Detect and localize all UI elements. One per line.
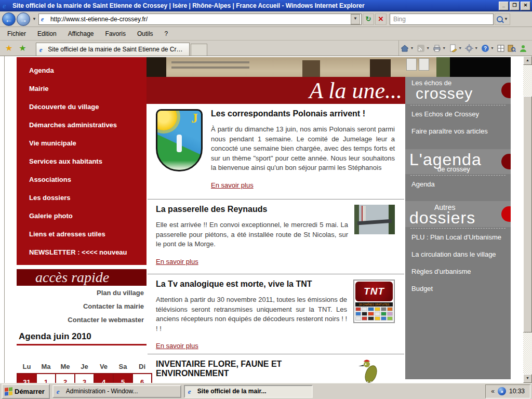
favorites-icon[interactable]: ★ [5, 43, 12, 53]
sidebar-item[interactable]: Galerie photo [17, 207, 147, 225]
tnt-logo-image: TNT18 chaînes gratuites [353, 280, 395, 323]
menu-item-outils[interactable]: Outils [137, 30, 153, 37]
back-button[interactable]: ← [2, 12, 16, 26]
quick-links: Plan du villageContacter la mairieContac… [17, 289, 144, 329]
sidebar-link[interactable]: Les Echos de Crossey [405, 105, 511, 123]
sidebar-link[interactable]: PLU : Plan Local d'Urbanisme [405, 229, 511, 246]
article: JLes correspondants Polonais arrivent !À… [147, 104, 405, 199]
forward-button[interactable]: → [17, 12, 30, 26]
tray-icon[interactable]: a [498, 387, 506, 395]
ie-logo-icon: e [3, 2, 10, 10]
article-more-link[interactable]: En savoir plus [211, 181, 254, 189]
calendar-day-cell[interactable]: 4 [94, 374, 113, 383]
calendar-day-cell[interactable]: 3 [75, 374, 94, 383]
scroll-down-icon[interactable]: ▼ [523, 374, 532, 383]
home-icon[interactable]: ▼ [401, 44, 414, 52]
menu-item-edition[interactable]: Edition [37, 30, 57, 37]
sidebar-item[interactable]: Démarches administratives [17, 116, 147, 134]
sidebar-section-header: Autresdossiers [405, 201, 511, 227]
command-bar: ▼ ▼ ▼ ▼ ▼ ?▼ [398, 41, 532, 56]
calendar-day-cell[interactable]: 31 [17, 374, 36, 383]
sidebar-item[interactable]: Liens et adresses utiles [17, 225, 147, 243]
taskbar: Démarrer eAdministration - Window...eSit… [0, 383, 532, 399]
stop-button[interactable]: ✕ [375, 14, 387, 25]
sidebar-item[interactable]: Agenda [17, 61, 147, 79]
sidebar-item[interactable]: Associations [17, 170, 147, 189]
sidebar-item[interactable]: Découverte du village [17, 98, 147, 116]
page-icon[interactable]: ▼ [449, 44, 462, 52]
tray-chevron[interactable]: « [491, 388, 495, 395]
scrollbar-thumb[interactable] [523, 96, 532, 332]
taskbar-ie-icon: e [57, 388, 63, 395]
article: TNT18 chaînes gratuitesLa Tv analogique … [147, 274, 405, 354]
svg-text:?: ? [484, 46, 487, 51]
menu-bar: FichierEditionAffichageFavorisOutils? [0, 27, 532, 41]
tools-icon[interactable]: ▼ [465, 44, 478, 52]
sidebar-link[interactable]: Règles d'urbanisme [405, 263, 511, 280]
title-bar: e Site officiel de la mairie de Saint Et… [0, 0, 532, 11]
taskbar-task[interactable]: eAdministration - Window... [52, 385, 181, 398]
tab-active[interactable]: e Site officiel de la mairie de Saint Et… [36, 43, 190, 56]
tab-bar: ★ ★ e Site officiel de la mairie de Sain… [0, 41, 532, 56]
close-button[interactable]: ✕ [521, 2, 530, 10]
sidebar-item[interactable]: Mairie [17, 79, 147, 98]
sidebar-section-header: Les échos decrossey [405, 77, 511, 104]
quick-link[interactable]: Contacter le webmaster [17, 316, 144, 324]
sidebar-item[interactable]: Vie municipale [17, 134, 147, 152]
history-dropdown-icon[interactable]: ▼ [32, 17, 36, 21]
refresh-button[interactable]: ↻ [363, 14, 374, 25]
sidebar-item[interactable]: NEWSLETTER : <<<< nouveau [17, 243, 147, 261]
url-input[interactable] [49, 15, 351, 23]
sidebar-link[interactable]: Faire paraître vos articles [405, 123, 511, 140]
article-more-link[interactable]: En savoir plus [156, 342, 198, 350]
start-button[interactable]: Démarrer [2, 384, 50, 399]
sidebar-link[interactable]: Budget [405, 280, 511, 297]
woodpecker-image [356, 358, 383, 383]
calendar-day-cell[interactable]: 2 [56, 374, 75, 383]
search-input[interactable] [392, 15, 491, 23]
search-field-wrap [390, 14, 494, 25]
sidebar-section: L'agendade crosseyAgenda [405, 149, 511, 193]
sidebar-section: Les échos decrosseyLes Echos de CrosseyF… [405, 77, 511, 140]
new-tab-stub[interactable] [191, 44, 207, 56]
right-sidebar: Les échos decrosseyLes Echos de CrosseyF… [405, 77, 511, 379]
menu-item-?[interactable]: ? [165, 30, 168, 37]
calendar-day-header: Me [56, 360, 75, 374]
quick-link[interactable]: Plan du village [17, 289, 144, 297]
article: INVENTAIRE FLORE, FAUNE ET ENVIRONNEMENT [147, 354, 405, 383]
window-edge [4, 56, 5, 383]
sidebar-item[interactable]: Les dossiers [17, 189, 147, 207]
calendar-day-cell[interactable]: 1 [36, 374, 56, 383]
minimize-button[interactable]: _ [499, 2, 509, 10]
menu-item-affichage[interactable]: Affichage [68, 30, 94, 37]
article-more-link[interactable]: En savoir plus [156, 258, 198, 265]
sidebar-section: AutresdossiersPLU : Plan Local d'Urbanis… [405, 201, 511, 297]
messenger-icon[interactable] [519, 44, 527, 52]
url-dropdown-icon[interactable]: ▼ [351, 14, 360, 24]
quick-link[interactable]: Contacter la mairie [17, 302, 144, 310]
browser-window: e Site officiel de la mairie de Saint Et… [0, 0, 532, 399]
tab-title: Site officiel de la mairie de Saint Etie… [48, 46, 185, 53]
restore-button[interactable]: ❐ [510, 2, 520, 10]
help-icon[interactable]: ?▼ [481, 44, 494, 52]
agenda-month-title: Agenda juin 2010 [19, 331, 91, 342]
scroll-up-icon[interactable]: ▲ [523, 56, 532, 65]
menu-item-favoris[interactable]: Favoris [105, 30, 126, 37]
sidebar-link[interactable]: La circulation dans le village [405, 246, 511, 263]
sidebar-item[interactable]: Services aux habitants [17, 152, 147, 170]
quick-tabs-icon[interactable] [497, 44, 504, 52]
calendar-day-cell[interactable]: 5 [113, 374, 132, 383]
research-icon[interactable] [508, 44, 516, 52]
taskbar-task[interactable]: eSite officiel de la mair... [184, 385, 313, 398]
feeds-icon[interactable]: ▼ [417, 44, 430, 52]
menu-item-fichier[interactable]: Fichier [7, 30, 26, 37]
sidebar-section-header: L'agendade crossey [405, 149, 511, 174]
search-button[interactable]: ▼ [495, 14, 510, 25]
vertical-scrollbar[interactable]: ▲ ▼ [523, 56, 532, 383]
a-la-une-text: A la une... [309, 78, 402, 104]
print-icon[interactable]: ▼ [433, 44, 446, 52]
calendar-day-header: Ve [94, 360, 113, 374]
add-favorite-icon[interactable]: ★ [19, 43, 26, 53]
tab-favicon: e [39, 46, 46, 53]
sidebar-link[interactable]: Agenda [405, 176, 511, 193]
